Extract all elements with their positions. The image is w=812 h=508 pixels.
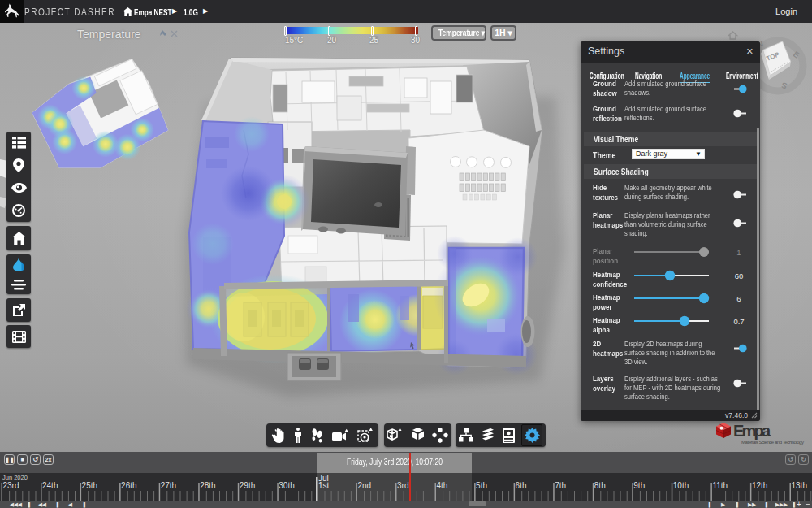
- svg-text:13th: 13th: [792, 481, 807, 490]
- svg-text:10th: 10th: [673, 481, 689, 490]
- svg-text:12th: 12th: [752, 481, 767, 490]
- svg-text:3rd: 3rd: [397, 481, 408, 490]
- svg-text:24th: 24th: [42, 481, 58, 490]
- svg-text:30th: 30th: [279, 481, 294, 490]
- svg-text:9th: 9th: [633, 481, 645, 490]
- svg-text:11th: 11th: [712, 481, 728, 490]
- svg-text:29th: 29th: [240, 481, 255, 490]
- svg-text:1st: 1st: [318, 481, 330, 490]
- svg-text:8th: 8th: [594, 481, 606, 490]
- svg-text:27th: 27th: [161, 481, 176, 490]
- svg-text:23rd: 23rd: [3, 481, 19, 490]
- svg-text:Materials Science and Technolo: Materials Science and Technology: [741, 440, 804, 445]
- svg-text:Empa: Empa: [733, 422, 771, 440]
- svg-text:4th: 4th: [437, 481, 448, 490]
- svg-text:28th: 28th: [200, 481, 215, 490]
- svg-text:26th: 26th: [121, 481, 136, 490]
- svg-text:7th: 7th: [555, 481, 566, 490]
- svg-text:2nd: 2nd: [357, 481, 371, 490]
- svg-text:6th: 6th: [516, 481, 527, 490]
- svg-text:5th: 5th: [476, 481, 487, 490]
- svg-text:25th: 25th: [82, 481, 97, 490]
